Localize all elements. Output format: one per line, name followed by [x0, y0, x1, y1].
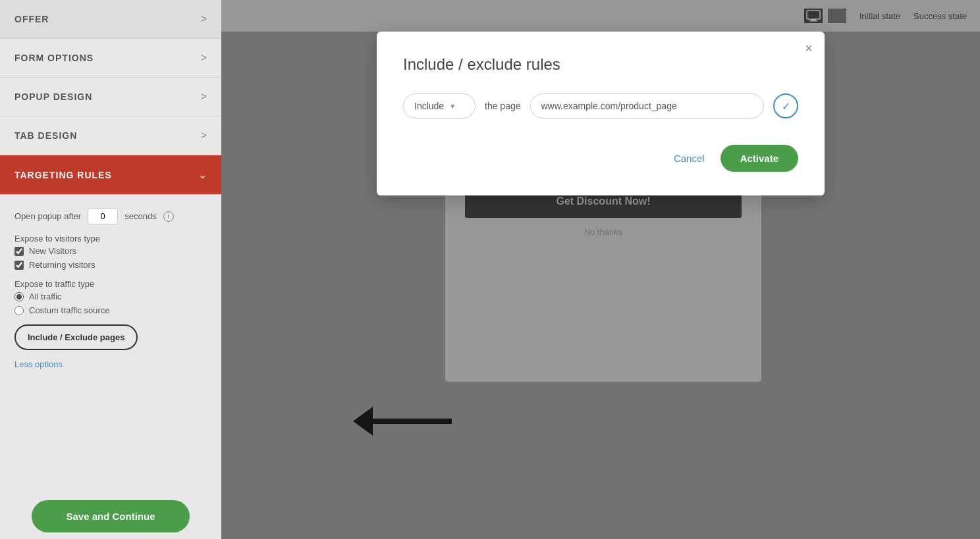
chevron-right-icon: > — [201, 91, 207, 103]
sidebar-targeting-label: TARGETING RULES — [14, 170, 112, 180]
chevron-right-icon: > — [201, 52, 207, 64]
custom-traffic-row: Costum traffic source — [14, 305, 207, 315]
include-exclude-modal: × Include / exclude rules Include ▼ the … — [377, 32, 825, 195]
main-area: Initial state Success state × er Type yo… — [221, 0, 980, 539]
all-traffic-row: All traffic — [14, 292, 207, 301]
popup-after-input[interactable] — [88, 208, 118, 224]
expose-visitors-label: Expose to visitors type — [14, 234, 207, 244]
expose-traffic-section: Expose to traffic type All traffic Costu… — [14, 279, 207, 315]
less-options-link[interactable]: Less options — [14, 359, 207, 369]
all-traffic-radio[interactable] — [14, 292, 24, 301]
sidebar-offer-label: OFFER — [14, 14, 49, 24]
chevron-right-icon: > — [201, 130, 207, 141]
popup-after-label: Open popup after — [14, 211, 81, 221]
sidebar-item-tab-design[interactable]: TAB DESIGN > — [0, 116, 221, 155]
modal-actions: Cancel Activate — [403, 145, 798, 172]
new-visitors-checkbox[interactable] — [14, 247, 24, 256]
chevron-right-icon: > — [201, 13, 207, 25]
include-exclude-button[interactable]: Include / Exclude pages — [14, 324, 138, 350]
include-exclude-wrapper: Include / Exclude pages — [14, 324, 207, 350]
sidebar-tab-design-label: TAB DESIGN — [14, 130, 77, 141]
custom-traffic-radio[interactable] — [14, 306, 24, 315]
modal-page-label: the page — [485, 101, 521, 111]
modal-title: Include / exclude rules — [403, 55, 798, 74]
all-traffic-label: All traffic — [29, 292, 62, 301]
cancel-button[interactable]: Cancel — [674, 153, 705, 164]
sidebar-form-options-label: FORM OPTIONS — [14, 53, 94, 63]
sidebar-item-targeting-rules[interactable]: TARGETING RULES ⌄ — [0, 155, 221, 195]
sidebar: OFFER > FORM OPTIONS > POPUP DESIGN > TA… — [0, 0, 221, 539]
expose-traffic-label: Expose to traffic type — [14, 279, 207, 289]
dropdown-label: Include — [414, 101, 444, 111]
sidebar-item-offer[interactable]: OFFER > — [0, 0, 221, 39]
activate-button[interactable]: Activate — [721, 145, 798, 172]
sidebar-popup-design-label: POPUP DESIGN — [14, 91, 92, 102]
info-icon[interactable]: i — [163, 211, 174, 222]
popup-after-unit-label: seconds — [124, 211, 156, 221]
targeting-rules-content: Open popup after seconds i Expose to vis… — [0, 195, 221, 494]
expose-visitors-section: Expose to visitors type New Visitors Ret… — [14, 234, 207, 270]
chevron-down-icon: ⌄ — [198, 168, 207, 181]
returning-visitors-row: Returning visitors — [14, 260, 207, 270]
include-exclude-dropdown[interactable]: Include ▼ — [403, 93, 476, 118]
sidebar-item-popup-design[interactable]: POPUP DESIGN > — [0, 78, 221, 116]
returning-visitors-label: Returning visitors — [29, 260, 95, 270]
modal-overlay: × Include / exclude rules Include ▼ the … — [221, 0, 980, 539]
save-continue-button[interactable]: Save and Continue — [32, 500, 190, 532]
popup-after-row: Open popup after seconds i — [14, 208, 207, 224]
sidebar-item-form-options[interactable]: FORM OPTIONS > — [0, 39, 221, 78]
dropdown-arrow-icon: ▼ — [449, 103, 456, 110]
modal-rule-row: Include ▼ the page ✓ — [403, 93, 798, 118]
modal-url-input[interactable] — [530, 93, 765, 118]
modal-close-button[interactable]: × — [805, 41, 813, 56]
modal-check-button[interactable]: ✓ — [773, 93, 798, 118]
new-visitors-row: New Visitors — [14, 246, 207, 256]
new-visitors-label: New Visitors — [29, 246, 76, 256]
returning-visitors-checkbox[interactable] — [14, 261, 24, 270]
custom-traffic-label: Costum traffic source — [29, 305, 110, 315]
